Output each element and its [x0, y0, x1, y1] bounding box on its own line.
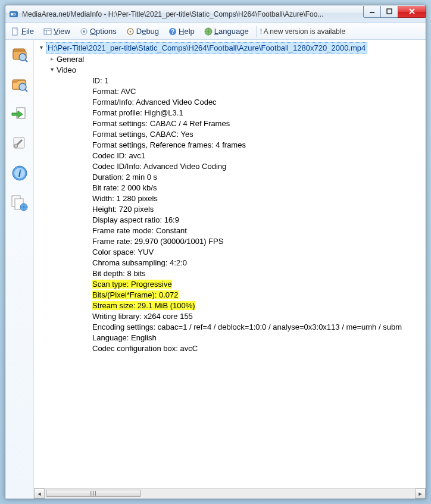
menu-debug[interactable]: Debug	[123, 26, 163, 37]
svg-text:i: i	[18, 168, 21, 179]
property-row[interactable]: Codec ID/Info: Advanced Video Coding	[58, 161, 426, 172]
property-row[interactable]: Scan type: Progressive	[58, 279, 426, 290]
menubar: File View Options Debug ? Help	[5, 23, 426, 40]
titlebar[interactable]: MediaArea.net/MediaInfo - H:\Per-Title\2…	[5, 5, 426, 23]
property-row[interactable]: Display aspect ratio: 16:9	[58, 215, 426, 226]
view-icon	[43, 27, 52, 36]
highlighted-value: Bits/(Pixel*Frame): 0.072	[92, 290, 179, 299]
sidebar-preferences-icon[interactable]	[10, 134, 29, 153]
menu-file[interactable]: File	[8, 26, 38, 37]
sidebar-about-icon[interactable]: i	[10, 164, 29, 183]
scroll-thumb[interactable]	[46, 490, 141, 497]
property-row[interactable]: Bit depth: 8 bits	[58, 268, 426, 279]
highlighted-value: Stream size: 29.1 MiB (100%)	[92, 301, 195, 310]
property-row[interactable]: Frame rate: 29.970 (30000/1001) FPS	[58, 236, 426, 247]
app-window: MediaArea.net/MediaInfo - H:\Per-Title\2…	[5, 5, 426, 499]
version-notice[interactable]: ! A new version is available	[260, 27, 345, 36]
svg-rect-7	[44, 29, 51, 35]
property-row[interactable]: Language: English	[58, 333, 426, 343]
property-row[interactable]: Width: 1 280 pixels	[58, 193, 426, 204]
menu-options[interactable]: Options	[76, 26, 120, 37]
tree-section-general[interactable]: General	[45, 54, 426, 65]
options-icon	[80, 27, 88, 36]
property-row[interactable]: ID: 1	[58, 76, 426, 86]
globe-icon	[204, 27, 213, 36]
property-row[interactable]: Format/Info: Advanced Video Codec	[58, 97, 426, 108]
menu-separator	[256, 26, 257, 37]
svg-point-26	[14, 144, 18, 148]
property-row[interactable]: Codec ID: avc1	[58, 151, 426, 161]
scroll-left-arrow-icon[interactable]: ◄	[34, 489, 45, 499]
property-row[interactable]: Frame rate mode: Constant	[58, 226, 426, 236]
root-file-path[interactable]: H:\Per-Title\2021_per-title\Static_Comps…	[46, 42, 367, 54]
svg-line-20	[25, 60, 27, 62]
expand-toggle-icon[interactable]	[48, 55, 55, 62]
svg-line-23	[25, 89, 27, 92]
window-title: MediaArea.net/MediaInfo - H:\Per-Title\2…	[22, 10, 364, 18]
help-icon: ?	[168, 27, 177, 36]
property-row[interactable]: Format settings, Reference frames: 4 fra…	[58, 140, 426, 151]
menu-view[interactable]: View	[40, 26, 74, 37]
property-row[interactable]: Format settings: CABAC / 4 Ref Frames	[58, 118, 426, 129]
tree-section-video[interactable]: Video	[45, 65, 426, 76]
sidebar-export-icon[interactable]	[10, 104, 29, 123]
property-row[interactable]: Chroma subsampling: 4:2:0	[58, 258, 426, 268]
video-properties: ID: 1Format: AVCFormat/Info: Advanced Vi…	[45, 76, 426, 354]
property-row[interactable]: Stream size: 29.1 MiB (100%)	[58, 300, 426, 311]
property-row[interactable]: Height: 720 pixels	[58, 204, 426, 215]
svg-point-11	[83, 30, 85, 33]
menu-help[interactable]: ? Help	[165, 26, 198, 37]
property-row[interactable]: Writing library: x264 core 155	[58, 311, 426, 322]
sidebar-web-icon[interactable]	[10, 193, 29, 212]
svg-text:?: ?	[171, 29, 174, 35]
property-row[interactable]: Codec configuration box: avcC	[58, 343, 426, 354]
property-row[interactable]: Format profile: High@L3.1	[58, 108, 426, 118]
scroll-track[interactable]	[45, 489, 415, 499]
property-row[interactable]: Encoding settings: cabac=1 / ref=4 / deb…	[58, 322, 426, 333]
expand-toggle-icon[interactable]	[48, 66, 55, 73]
sidebar-open-file-icon[interactable]	[10, 45, 29, 64]
svg-rect-3	[387, 9, 392, 14]
scroll-right-arrow-icon[interactable]: ►	[415, 489, 426, 499]
body: i H:\Per-Title\2021_per-title\Static_Com…	[5, 40, 426, 499]
property-row[interactable]: Format settings, CABAC: Yes	[58, 129, 426, 140]
property-row[interactable]: Format: AVC	[58, 86, 426, 97]
section-label[interactable]: Video	[57, 65, 76, 76]
sidebar-open-folder-icon[interactable]	[10, 74, 29, 93]
file-icon	[11, 27, 20, 36]
expand-toggle-icon[interactable]	[38, 44, 45, 51]
app-icon	[9, 10, 18, 19]
section-label[interactable]: General	[57, 54, 84, 65]
maximize-button[interactable]	[380, 6, 398, 18]
close-button[interactable]	[398, 6, 426, 18]
property-row[interactable]: Duration: 2 min 0 s	[58, 172, 426, 183]
horizontal-scrollbar[interactable]: ◄ ►	[34, 488, 426, 499]
window-buttons	[364, 6, 426, 18]
minimize-button[interactable]	[363, 6, 381, 18]
sidebar: i	[5, 40, 34, 499]
tree-view[interactable]: H:\Per-Title\2021_per-title\Static_Comps…	[34, 40, 426, 488]
tree-root[interactable]: H:\Per-Title\2021_per-title\Static_Comps…	[34, 42, 426, 54]
content: H:\Per-Title\2021_per-title\Static_Comps…	[34, 40, 426, 499]
property-row[interactable]: Bits/(Pixel*Frame): 0.072	[58, 290, 426, 300]
property-row[interactable]: Bit rate: 2 000 kb/s	[58, 183, 426, 193]
svg-point-13	[129, 30, 131, 32]
property-row[interactable]: Color space: YUV	[58, 247, 426, 258]
debug-icon	[126, 27, 135, 36]
highlighted-value: Scan type: Progressive	[92, 280, 172, 289]
menu-language[interactable]: Language	[201, 26, 252, 37]
